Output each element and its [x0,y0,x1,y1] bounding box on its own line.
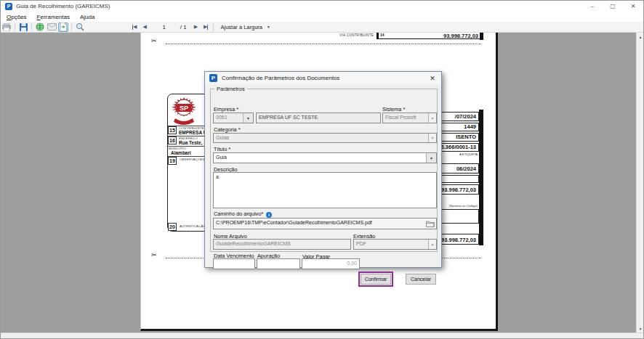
field-15-number: 15 [168,126,177,134]
categoria-value: Guias [216,135,229,140]
export-document-icon[interactable] [58,23,68,32]
print-icon[interactable] [1,23,12,32]
menu-ferramentas[interactable]: Ferramentas [37,14,70,20]
caminho-value: C:\PROEMP16\TMP\eContador\GuiadeRecolhim… [216,220,372,225]
sp-logo-text: SP [180,105,188,112]
cancelar-button[interactable]: Cancelar [406,274,436,285]
top-box-right-bar [480,33,483,40]
extensao-combobox: PDF ▼ [353,239,437,250]
observacoes-label: OBSERVAÇÕES [180,158,205,161]
save-icon-svg [20,23,28,31]
email-icon-svg [47,23,57,30]
sistema-combobox: Fiscal Prosoft ▼ [382,113,437,123]
doc-amount2-value: 93.998.772,03 [441,237,476,243]
scroll-up-icon[interactable]: ▲ [637,33,644,41]
field-20-number: 20 [168,223,177,231]
app-icon: P [5,3,12,10]
categoria-label: Categoria * [214,126,241,133]
zoom-mode-label: Ajustar à Largura [220,24,262,30]
sistema-value: Fiscal Prosoft [385,115,416,120]
titulo-dropdown-icon[interactable]: ▼ [426,153,436,163]
sistema-dropdown-icon: ▼ [428,113,436,123]
last-page-bar [207,25,208,30]
dialog-titlebar[interactable]: P Confirmação de Parâmetros dos Document… [205,72,441,84]
info-icon[interactable]: i [266,212,272,218]
next-page-button[interactable]: ▶ [191,24,201,30]
page-number-input[interactable]: 1 [150,24,179,30]
empresa-code-dropdown-icon[interactable]: ▼ [243,113,253,123]
first-page-arrow-icon: ◀ [133,24,137,30]
apuracao-input[interactable] [257,258,300,269]
data-vencimento-input[interactable] [213,258,255,269]
toolbar: ◀ ◀ 1 / 1 ▶ ▶ Ajustar à Largura ▼ [1,22,643,33]
browse-folder-icon[interactable] [426,220,435,227]
titulo-label: Título * [214,146,230,152]
prev-page-button[interactable]: ◀ [140,24,149,30]
web-icon[interactable] [35,23,45,32]
toolbar-separator [213,23,214,31]
field-16-number: 16 [168,136,177,144]
nome-arquivo-field: GuiadeRecolhimentoGAREICMS [213,239,351,250]
next-page-arrow-icon: ▶ [194,24,198,30]
chevron-down-icon: ▼ [267,25,270,29]
nome-arquivo-value: GuiadeRecolhimentoGAREICMS [216,241,291,246]
first-page-button[interactable]: ◀ [129,24,140,30]
vertical-scrollbar[interactable]: ▲ ▼ [636,33,643,332]
web-icon-svg [36,23,44,31]
maximize-button[interactable]: ▢ [603,1,623,12]
empresa-label: Empresa * [214,106,238,113]
categoria-combobox: Guias ▼ [213,133,437,143]
toolbar-separator [15,23,15,31]
doc-cnpj-value: 6.366/0001-13 [441,144,476,150]
page-total-label: / 1 [179,24,191,30]
menu-ajuda[interactable]: Ajuda [80,14,94,20]
empresa-code-combobox[interactable]: 0051 ▼ [213,113,254,123]
minimize-button[interactable]: – [582,1,603,12]
confirm-highlight-outline: Confirmar [358,271,393,287]
municipio-value: Alambari [171,150,191,155]
top-amount-box: 14 93.998.772,03 [377,33,480,39]
parametros-group-label: Parâmetros [214,86,247,92]
valor-pagar-input[interactable]: 0,00 [302,258,360,269]
page-navigation: ◀ ◀ 1 / 1 ▶ ▶ [129,24,211,30]
scissors-icon: ✂ [151,251,157,258]
zoom-search-icon-svg [76,23,84,31]
empresa-name-value: EMPRESA UF SC TESTE [259,115,318,120]
descricao-textarea[interactable]: a [213,172,437,208]
email-icon[interactable] [47,23,57,32]
dialog-app-icon: P [209,74,217,82]
caminho-label-text: Caminho do arquivo* [214,211,263,217]
cut-line [166,44,481,44]
titulo-value: Guia [216,155,227,160]
scissors-icon: ✂ [151,37,157,44]
top-amount-value: 93.998.772,03 [443,33,478,39]
doc-isento-value: ISENTO [456,134,476,140]
empresa-name-field: EMPRESA UF SC TESTE [256,113,381,123]
app-window: P Guia de Recolhimento (GAREICMS) – ▢ ✕ … [0,0,644,339]
window-titlebar: P Guia de Recolhimento (GAREICMS) – ▢ ✕ [1,1,643,12]
doc-amount1-value: 93.998.772,03 [441,187,476,193]
dialog-close-button[interactable]: ✕ [427,73,438,83]
save-icon[interactable] [18,23,28,32]
field-14-number: 14 [380,33,385,37]
prev-page-arrow-icon: ◀ [142,24,146,30]
empresa-code-value: 0051 [216,115,228,120]
toolbar-separator [31,23,32,31]
sp-coat-of-arms: SP [170,97,198,127]
print-icon-svg [2,23,11,31]
horizontal-scrollbar[interactable] [1,332,644,339]
zoom-mode-select[interactable]: Ajustar à Largura ▼ [216,24,270,30]
scroll-down-icon[interactable]: ▼ [637,324,644,332]
last-page-button[interactable]: ▶ [201,24,211,30]
export-document-icon-svg [60,23,67,31]
zoom-search-icon[interactable] [75,23,85,32]
confirmar-button[interactable]: Confirmar [361,274,391,285]
confirm-params-dialog: P Confirmação de Parâmetros dos Document… [204,71,442,268]
close-button[interactable]: ✕ [623,1,643,12]
caminho-field[interactable]: C:\PROEMP16\TMP\eContador\GuiadeRecolhim… [213,218,437,229]
doc-right-black-bar [479,110,483,245]
menu-opcoes[interactable]: Opções [7,14,27,20]
endereco-value: Rua Teste, 1 [179,140,206,145]
titulo-combobox[interactable]: Guia ▼ [213,152,437,163]
toolbar-separator [71,23,72,31]
